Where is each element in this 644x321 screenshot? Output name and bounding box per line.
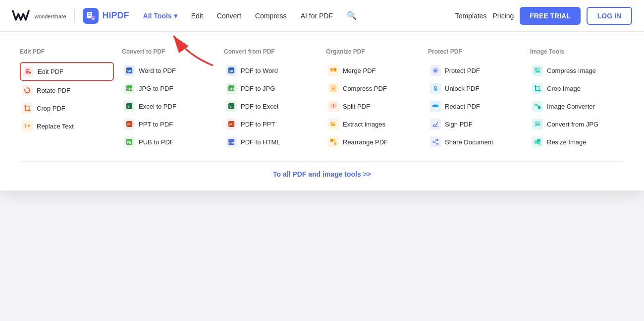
image-converter-icon <box>532 101 543 112</box>
dropdown-item-unlock-pdf[interactable]: Unlock PDF <box>428 80 522 97</box>
svg-text:X: X <box>127 105 130 109</box>
svg-rect-55 <box>536 86 539 90</box>
wondershare-text: wondershare <box>35 13 66 19</box>
svg-text:AI: AI <box>92 17 95 20</box>
dropdown-item-crop-pdf[interactable]: Crop PDF <box>20 100 114 117</box>
svg-point-48 <box>436 139 438 141</box>
svg-point-49 <box>432 141 434 143</box>
svg-rect-1 <box>88 13 91 14</box>
svg-rect-2 <box>88 15 91 16</box>
svg-rect-8 <box>26 71 29 72</box>
protect-pdf-icon <box>430 65 441 76</box>
dropdown-item-excel-to-pdf[interactable]: X Excel to PDF <box>122 98 216 115</box>
sign-pdf-icon <box>430 119 441 129</box>
dropdown-item-jpg-to-pdf[interactable]: JPG JPG to PDF <box>122 80 216 97</box>
svg-rect-7 <box>26 69 29 70</box>
svg-rect-39 <box>334 142 336 145</box>
svg-rect-53 <box>535 67 540 72</box>
dropdown-item-replace-text[interactable]: T Replace Text <box>20 118 114 134</box>
pdf-to-html-icon: HTML <box>226 136 237 147</box>
dropdown-item-pdf-to-word[interactable]: W PDF to Word <box>224 62 318 79</box>
dropdown-item-rotate-pdf[interactable]: Rotate PDF <box>20 82 114 99</box>
crop-image-icon <box>532 83 543 94</box>
nav-links: All Tools ▾ Edit Convert Compress AI for… <box>137 7 363 24</box>
dropdown-item-redact-pdf[interactable]: Redact PDF <box>428 98 522 115</box>
svg-text:W: W <box>229 69 233 73</box>
share-document-icon <box>430 136 441 147</box>
pdf-to-ppt-icon: P <box>226 119 237 129</box>
svg-rect-33 <box>334 68 336 71</box>
dropdown-item-convert-from-jpg[interactable]: JPG Convert from JPG <box>530 116 624 132</box>
dropdown-item-pdf-to-excel[interactable]: X PDF to Excel <box>224 98 318 115</box>
dropdown-item-pdf-to-ppt[interactable]: P PDF to PPT <box>224 116 318 132</box>
merge-pdf-icon <box>328 65 339 76</box>
nav-ai-pdf[interactable]: AI for PDF <box>295 8 339 24</box>
dropdown-item-split-pdf[interactable]: Split PDF <box>326 98 420 115</box>
compress-image-icon <box>532 65 543 76</box>
replace-text-icon: T <box>22 121 33 131</box>
pdf-to-excel-icon: X <box>226 101 237 112</box>
col-header-image: Image Tools <box>530 48 624 55</box>
dropdown-item-share-document[interactable]: Share Document <box>428 133 522 150</box>
svg-text:JPG: JPG <box>127 88 133 91</box>
svg-point-50 <box>436 143 438 145</box>
hipdf-icon: AI <box>83 8 99 24</box>
nav-all-tools[interactable]: All Tools ▾ <box>137 8 183 24</box>
nav-pricing[interactable]: Pricing <box>493 12 514 20</box>
svg-marker-10 <box>24 89 26 90</box>
login-button[interactable]: LOG IN <box>587 7 632 25</box>
dropdown-item-extract-images[interactable]: Extract images <box>326 116 420 132</box>
unlock-pdf-icon <box>430 83 441 94</box>
dropdown-item-pub-to-pdf[interactable]: PB PUB to PDF <box>122 133 216 150</box>
dropdown-item-compress-image[interactable]: Compress Image <box>530 62 624 79</box>
svg-rect-44 <box>432 105 438 107</box>
dropdown-item-merge-pdf[interactable]: Merge PDF <box>326 62 420 79</box>
svg-rect-32 <box>330 68 333 71</box>
svg-text:P: P <box>127 123 130 127</box>
svg-rect-57 <box>538 106 540 109</box>
dropdown-item-pdf-to-html[interactable]: HTML PDF to HTML <box>224 133 318 150</box>
excel-to-pdf-icon: X <box>124 101 135 112</box>
word-to-pdf-icon: W <box>124 65 135 76</box>
dropdown-item-image-converter[interactable]: Image Converter <box>530 98 624 115</box>
crop-pdf-icon <box>22 103 33 114</box>
dropdown-item-crop-image[interactable]: Crop Image <box>530 80 624 97</box>
all-tools-link[interactable]: To all PDF and image tools >> <box>273 170 371 178</box>
redact-pdf-icon <box>430 101 441 112</box>
dropdown-menu: Edit PDF Edit PDF Rotate PDF Crop PDF <box>0 32 644 191</box>
dropdown-col-image: Image Tools Compress Image Crop Image Im… <box>530 48 624 151</box>
search-icon[interactable]: 🔍 <box>341 7 363 24</box>
free-trial-button[interactable]: FREE TRIAL <box>520 7 580 25</box>
dropdown-item-ppt-to-pdf[interactable]: P PPT to PDF <box>122 116 216 132</box>
navbar-right: Templates Pricing FREE TRIAL LOG IN <box>455 7 632 25</box>
col-header-convert-from: Convert from PDF <box>224 48 318 55</box>
dropdown-item-rearrange-pdf[interactable]: Rearrange PDF <box>326 133 420 150</box>
dropdown-item-word-to-pdf[interactable]: W Word to PDF <box>122 62 216 79</box>
rearrange-pdf-icon <box>328 136 339 147</box>
svg-point-54 <box>536 68 537 70</box>
dropdown-item-protect-pdf[interactable]: Protect PDF <box>428 62 522 79</box>
nav-edit[interactable]: Edit <box>185 8 209 24</box>
pub-to-pdf-icon: PB <box>124 136 135 147</box>
svg-rect-45 <box>433 104 437 105</box>
svg-rect-61 <box>537 139 540 142</box>
svg-rect-9 <box>26 72 28 73</box>
rotate-pdf-icon <box>22 85 33 96</box>
nav-compress[interactable]: Compress <box>249 8 293 24</box>
dropdown-item-edit-pdf[interactable]: Edit PDF <box>20 62 114 81</box>
nav-convert[interactable]: Convert <box>211 8 247 24</box>
dropdown-item-compress-pdf[interactable]: Compress PDF <box>326 80 420 97</box>
svg-point-41 <box>435 69 436 70</box>
svg-rect-56 <box>535 104 537 106</box>
nav-templates[interactable]: Templates <box>455 12 487 20</box>
wondershare-logo-icon <box>12 9 30 23</box>
dropdown-item-resize-image[interactable]: Resize Image <box>530 133 624 150</box>
col-header-protect: Protect PDF <box>428 48 522 55</box>
dropdown-item-sign-pdf[interactable]: Sign PDF <box>428 116 522 132</box>
dropdown-item-pdf-to-jpg[interactable]: JPG PDF to JPG <box>224 80 318 97</box>
svg-line-52 <box>434 142 436 143</box>
svg-text:T: T <box>24 124 27 128</box>
pdf-to-jpg-icon: JPG <box>226 83 237 94</box>
split-pdf-icon <box>328 101 339 112</box>
logo-area: wondershare <box>12 9 75 23</box>
